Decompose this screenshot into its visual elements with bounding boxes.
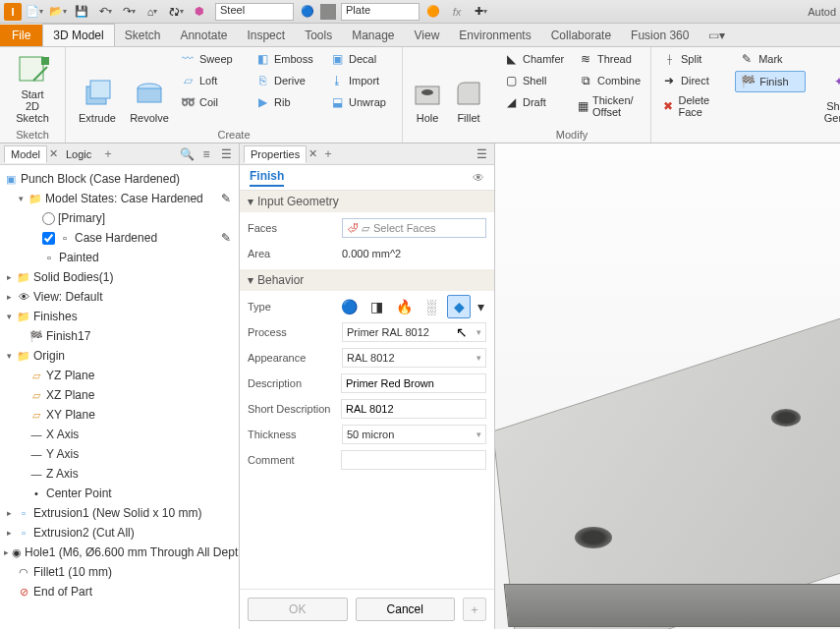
fillet-button[interactable]: Fillet [450,49,487,126]
thread-button[interactable]: ≋Thread [574,49,644,69]
add-tab-icon[interactable]: ＋ [99,145,117,162]
tree-yz-plane[interactable]: ▱YZ Plane [2,366,237,385]
tree-model-states[interactable]: ▾📁Model States: Case Hardened✎ [2,189,237,208]
process-select[interactable]: Primer RAL 8012 [342,322,486,342]
tab-extras-icon[interactable]: ▭▾ [699,25,735,46]
finish-button[interactable]: 🏁Finish [735,71,806,92]
redo-icon[interactable]: ↷▾ [118,3,140,21]
thicken-button[interactable]: ▦Thicken/ Offset [574,92,644,120]
appearance-picker-icon[interactable]: 🔵 [297,3,318,21]
material-picker-icon[interactable]: ⬢ [189,3,210,21]
emboss-button[interactable]: ◧Emboss [251,49,321,69]
properties-tab[interactable]: Properties [244,145,307,163]
feature-name[interactable]: Finish [250,169,284,187]
tab-environments[interactable]: Environments [449,25,540,46]
tree-y-axis[interactable]: —Y Axis [2,444,237,464]
section-behavior[interactable]: ▾Behavior [240,269,494,291]
ok-button[interactable]: OK [248,598,348,621]
section-input-geometry[interactable]: ▾Input Geometry [240,191,494,212]
case-hardened-checkbox[interactable] [42,232,55,245]
tab-inspect[interactable]: Inspect [237,25,295,46]
logic-tab[interactable]: Logic [60,146,97,162]
rib-button[interactable]: ▶Rib [251,92,321,112]
update-icon[interactable]: 🗘▾ [165,3,187,21]
model-tree[interactable]: ▣Punch Block (Case Hardened) ▾📁Model Sta… [0,165,239,629]
coil-button[interactable]: ➿Coil [176,92,247,112]
tree-finishes[interactable]: ▾📁Finishes [2,307,237,326]
tree-z-axis[interactable]: —Z Axis [2,464,237,484]
appearance-override-icon[interactable]: 🟠 [422,3,444,21]
search-icon[interactable]: 🔍 [178,147,196,161]
type-heat-icon[interactable]: 🔥 [392,295,416,318]
save-icon[interactable]: 💾 [71,3,92,21]
properties-menu-icon[interactable]: ☰ [473,147,490,161]
shell-button[interactable]: ▢Shell [499,71,570,90]
undo-icon[interactable]: ↶▾ [94,3,116,21]
tree-hole1[interactable]: ▸◉Hole1 (M6, Ø6.600 mm Through All Depth… [2,543,237,562]
hole-button[interactable]: Hole [409,49,446,126]
combine-button[interactable]: ⧉Combine [574,71,644,90]
visibility-toggle-icon[interactable]: 👁 [473,171,484,185]
appearance-swatch-icon[interactable] [320,4,336,20]
open-icon[interactable]: 📂▾ [47,3,69,21]
menu-icon[interactable]: ☰ [217,147,235,161]
select-faces-input[interactable]: ⮰ ▱ Select Faces [342,218,486,238]
tab-file[interactable]: File [0,25,42,46]
appearance-select[interactable]: Plate [341,3,420,21]
direct-button[interactable]: ➜Direct [657,71,731,90]
filter-icon[interactable]: ≡ [197,147,215,161]
mark-button[interactable]: ✎Mark [735,49,806,69]
tree-fillet1[interactable]: ◠Fillet1 (10 mm) [2,562,237,582]
comment-input[interactable] [341,450,486,470]
chamfer-button[interactable]: ◣Chamfer [499,49,570,69]
tree-end-of-part[interactable]: ⊘End of Part [2,582,237,601]
primary-radio[interactable] [42,212,55,225]
extrude-button[interactable]: Extrude [72,49,123,126]
decal-button[interactable]: ▣Decal [325,49,396,69]
type-coating-icon[interactable]: ░ [420,295,443,318]
parameters-icon[interactable]: fx [446,3,468,21]
type-paint-icon[interactable]: ◆ [447,295,471,318]
draft-button[interactable]: ◢Draft [499,92,570,112]
edit-icon[interactable]: ✎ [221,231,231,245]
tab-annotate[interactable]: Annotate [170,25,237,46]
model-tab-close-icon[interactable]: ✕ [49,147,58,160]
derive-button[interactable]: ⎘Derive [251,71,321,90]
import-button[interactable]: ⭳Import [325,71,396,90]
tree-solid-bodies[interactable]: ▸📁Solid Bodies(1) [2,267,237,287]
short-desc-input[interactable] [341,399,486,419]
cancel-button[interactable]: Cancel [356,598,456,621]
tree-xz-plane[interactable]: ▱XZ Plane [2,385,237,405]
tree-xy-plane[interactable]: ▱XY Plane [2,405,237,425]
home-icon[interactable]: ⌂▾ [141,3,163,21]
tree-extrusion2[interactable]: ▸▫Extrusion2 (Cut All) [2,523,237,543]
shape-generator-button[interactable]: ✦ Shap Gener [820,49,840,126]
tree-case-hardened[interactable]: ▫Case Hardened✎ [2,228,237,248]
3d-viewport[interactable] [495,143,840,629]
material-select[interactable]: Steel [215,3,294,21]
tree-root[interactable]: ▣Punch Block (Case Hardened) [2,169,237,189]
tree-finish17[interactable]: 🏁Finish17 [2,326,237,346]
properties-tab-close-icon[interactable]: ✕ [308,147,317,160]
model-tab[interactable]: Model [4,145,47,163]
sweep-button[interactable]: 〰Sweep [176,49,247,69]
add-property-button[interactable]: ＋ [463,598,486,621]
tab-manage[interactable]: Manage [342,25,404,46]
type-material-icon[interactable]: 🔵 [337,295,361,318]
loft-button[interactable]: ▱Loft [176,71,247,90]
type-surface-icon[interactable]: ◨ [364,295,388,318]
tab-collaborate[interactable]: Collaborate [541,25,621,46]
revolve-button[interactable]: Revolve [127,49,172,126]
tree-x-axis[interactable]: —X Axis [2,425,237,444]
tab-3d-model[interactable]: 3D Model [42,24,114,46]
appearance-select-prop[interactable]: RAL 8012 [342,348,486,368]
tab-fusion360[interactable]: Fusion 360 [621,25,699,46]
unwrap-button[interactable]: ⬓Unwrap [325,92,396,112]
tree-view-default[interactable]: ▸👁View: Default [2,287,237,307]
description-input[interactable] [341,373,486,393]
delete-face-button[interactable]: ✖Delete Face [657,92,731,120]
thickness-select[interactable]: 50 micron [342,425,486,444]
app-logo[interactable]: I [4,3,22,21]
add-properties-tab-icon[interactable]: ＋ [319,145,337,162]
type-dropdown-icon[interactable]: ▾ [475,295,486,318]
